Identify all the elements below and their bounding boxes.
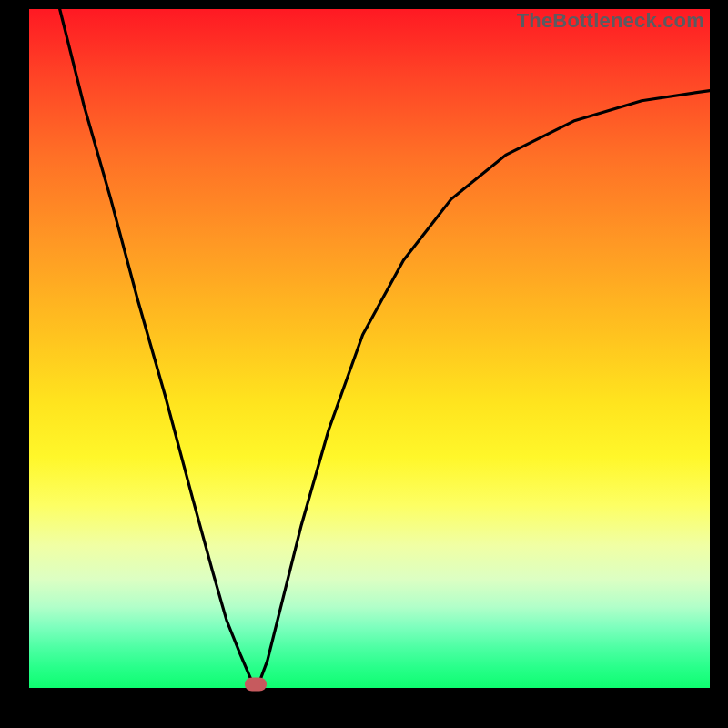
chart-svg [29,9,710,688]
series-left [60,9,258,688]
bottleneck-marker [245,678,267,692]
chart-frame: TheBottleneck.com [0,0,728,728]
series-right [258,91,710,688]
watermark-text: TheBottleneck.com [517,9,704,33]
plot-area: TheBottleneck.com [29,9,710,688]
